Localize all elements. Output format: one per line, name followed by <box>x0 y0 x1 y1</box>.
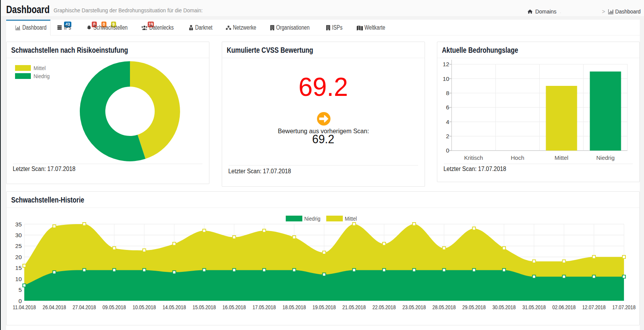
svg-text:20: 20 <box>15 254 22 260</box>
svg-text:11.04.2018: 11.04.2018 <box>13 304 36 310</box>
svg-text:Hoch: Hoch <box>511 154 524 161</box>
svg-text:10: 10 <box>15 276 22 282</box>
svg-text:15: 15 <box>15 265 22 271</box>
svg-text:35: 35 <box>15 221 22 228</box>
svg-text:18.05.2018: 18.05.2018 <box>282 304 306 310</box>
svg-text:09.05.2018: 09.05.2018 <box>103 304 126 310</box>
svg-text:14.05.2018: 14.05.2018 <box>162 304 186 310</box>
svg-text:8: 8 <box>446 90 449 96</box>
svg-text:19.05.2018: 19.05.2018 <box>312 304 336 310</box>
svg-text:17.05.2018: 17.05.2018 <box>253 304 276 310</box>
svg-text:21.05.2018: 21.05.2018 <box>342 304 366 310</box>
svg-text:29.05.2018: 29.05.2018 <box>462 304 486 310</box>
svg-text:10: 10 <box>443 75 449 82</box>
svg-text:Niedrig: Niedrig <box>596 154 615 161</box>
svg-text:23.05.2018: 23.05.2018 <box>402 304 426 310</box>
svg-text:4: 4 <box>446 119 449 125</box>
svg-text:30.05.2018: 30.05.2018 <box>492 304 516 310</box>
svg-text:17.07.2018: 17.07.2018 <box>612 304 636 310</box>
svg-text:02.06.2018: 02.06.2018 <box>552 304 576 310</box>
svg-text:12.07.2018: 12.07.2018 <box>582 304 606 310</box>
svg-text:6: 6 <box>446 104 449 111</box>
svg-text:31.05.2018: 31.05.2018 <box>522 304 546 310</box>
svg-text:0: 0 <box>19 298 22 304</box>
svg-text:Mittel: Mittel <box>555 154 568 161</box>
svg-text:27.04.2018: 27.04.2018 <box>72 304 96 310</box>
svg-text:15.05.2018: 15.05.2018 <box>192 304 216 310</box>
svg-text:16.05.2018: 16.05.2018 <box>223 304 246 310</box>
svg-text:Kritisch: Kritisch <box>464 154 483 161</box>
svg-text:22.05.2018: 22.05.2018 <box>373 304 396 310</box>
svg-text:2: 2 <box>446 133 449 139</box>
svg-text:28.05.2018: 28.05.2018 <box>432 304 456 310</box>
svg-text:10.05.2018: 10.05.2018 <box>133 304 156 310</box>
svg-text:5: 5 <box>19 286 22 293</box>
svg-text:25: 25 <box>15 243 22 249</box>
svg-text:0: 0 <box>446 147 449 154</box>
svg-text:30: 30 <box>15 232 22 238</box>
svg-text:26.04.2018: 26.04.2018 <box>42 304 66 310</box>
svg-text:12: 12 <box>443 61 449 67</box>
